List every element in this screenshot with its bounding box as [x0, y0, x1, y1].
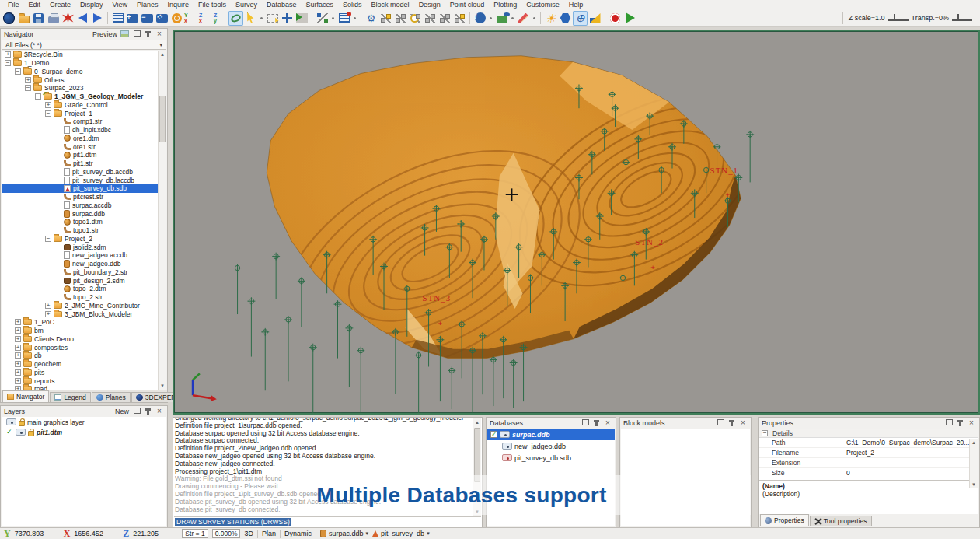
node-edit-icon[interactable]: [315, 11, 330, 26]
tree-expand-toggle[interactable]: −: [5, 60, 11, 66]
tree-item[interactable]: pit_survey_db.sdb: [2, 184, 158, 193]
tree-item[interactable]: jsolid2.sdm: [2, 243, 158, 251]
scroll-up-icon[interactable]: ▲: [970, 439, 978, 446]
visibility-eye-icon[interactable]: [500, 431, 510, 438]
active-survey-db-selector[interactable]: pit_survey_db ▾: [372, 530, 430, 537]
tree-item[interactable]: +bm: [2, 327, 158, 335]
tree-expand-toggle[interactable]: +: [15, 345, 21, 351]
tree-item[interactable]: +2_JMC_Mine_Contributor: [2, 302, 158, 310]
float-panel-icon[interactable]: [715, 418, 724, 427]
tree-expand-toggle[interactable]: +: [15, 319, 21, 325]
tree-item[interactable]: topo1.str: [2, 226, 158, 235]
close-panel-icon[interactable]: ×: [155, 30, 164, 38]
record-macro-icon[interactable]: [608, 11, 623, 26]
open-file-icon[interactable]: [16, 11, 31, 26]
menu-edit[interactable]: Edit: [24, 1, 46, 9]
tree-item[interactable]: +Grade_Control: [2, 101, 158, 110]
property-row[interactable]: PathC:\1_Demo\0_Surpac_demo\Surpac_20...: [759, 438, 978, 448]
tree-item[interactable]: pit_survey_db.accdb: [2, 168, 158, 177]
dropdown-dot-icon[interactable]: [511, 17, 514, 19]
pin-panel-icon[interactable]: [143, 407, 152, 415]
tree-expand-toggle[interactable]: −: [35, 93, 41, 100]
tab-properties[interactable]: Properties: [760, 514, 809, 526]
tree-item[interactable]: pit1.str: [2, 159, 158, 168]
menu-file-tools[interactable]: File tools: [194, 1, 231, 9]
tree-item[interactable]: surpac.accdb: [2, 201, 158, 210]
tree-item[interactable]: +$Recycle.Bin: [2, 51, 158, 59]
menu-view[interactable]: View: [108, 1, 132, 9]
view-yx-icon[interactable]: Yx: [184, 11, 199, 26]
fill-render-icon[interactable]: [588, 11, 602, 26]
layer-row[interactable]: main graphics layer: [2, 417, 166, 427]
tab-navigator[interactable]: Navigator: [2, 390, 49, 402]
tree-expand-toggle[interactable]: +: [15, 327, 21, 334]
menu-design[interactable]: Design: [414, 1, 445, 9]
checkbox-checked[interactable]: ✓: [490, 431, 497, 438]
visibility-eye-icon[interactable]: [502, 454, 512, 461]
database-row[interactable]: pit_survey_db.sdb: [487, 452, 615, 464]
tree-item[interactable]: −0_Surpac_demo: [2, 68, 158, 76]
float-panel-icon[interactable]: [131, 407, 141, 415]
display-properties-icon[interactable]: [494, 11, 509, 26]
float-panel-icon[interactable]: [580, 418, 589, 427]
scroll-thumb[interactable]: [474, 428, 480, 482]
layer-row[interactable]: ✓pit1.dtm: [2, 427, 166, 437]
scroll-down-icon[interactable]: ▼: [970, 481, 978, 488]
tree-item[interactable]: ore1.str: [2, 142, 158, 151]
zoom-fit-icon[interactable]: ⁘: [155, 11, 169, 26]
tree-expand-toggle[interactable]: +: [45, 311, 51, 317]
menu-planes[interactable]: Planes: [132, 1, 163, 9]
marquee-select-icon[interactable]: [265, 11, 280, 26]
tree-item[interactable]: +1_PoC: [2, 318, 158, 327]
active-database-selector[interactable]: surpac.ddb ▾: [320, 530, 368, 537]
menu-help[interactable]: Help: [564, 1, 588, 9]
menu-solids[interactable]: Solids: [338, 1, 367, 9]
z-scale-slider[interactable]: [888, 14, 909, 22]
preview-thumbnail-icon[interactable]: [120, 30, 129, 38]
point-tool-icon[interactable]: [452, 11, 467, 26]
tree-item[interactable]: +geochem: [2, 360, 158, 369]
tree-expand-toggle[interactable]: +: [15, 369, 21, 376]
database-row[interactable]: new_jadgeo.ddb: [487, 440, 615, 452]
app-logo-icon[interactable]: [2, 11, 16, 26]
tree-item[interactable]: −1_Demo: [2, 59, 158, 68]
circle-select-icon[interactable]: [408, 11, 423, 26]
pan-icon[interactable]: [280, 11, 295, 26]
wireframe-icon[interactable]: ⊕: [573, 11, 588, 26]
tab-tool-properties[interactable]: Tool properties: [810, 516, 872, 526]
tree-expand-toggle[interactable]: +: [15, 378, 21, 384]
tree-item[interactable]: topo_2.dtm: [2, 285, 158, 293]
navigator-scrollbar[interactable]: ▲ ▼: [158, 51, 166, 390]
close-panel-icon[interactable]: ×: [738, 418, 748, 427]
tree-expand-toggle[interactable]: +: [15, 361, 21, 367]
tree-item[interactable]: +reports: [2, 376, 158, 385]
tree-item[interactable]: comp1.str: [2, 117, 158, 126]
tree-item[interactable]: ore1.dtm: [2, 135, 158, 143]
tree-item[interactable]: −Surpac_2023: [2, 84, 158, 93]
menu-database[interactable]: Database: [262, 1, 302, 9]
tree-expand-toggle[interactable]: +: [15, 336, 21, 342]
solid-render-icon[interactable]: [558, 11, 573, 26]
view-zy-icon[interactable]: Zy: [214, 11, 228, 26]
save-icon[interactable]: [31, 11, 46, 26]
tree-expand-toggle[interactable]: +: [45, 303, 51, 309]
tree-expand-toggle[interactable]: +: [45, 102, 51, 108]
pin-panel-icon[interactable]: [143, 30, 152, 38]
mode-dynamic-toggle[interactable]: Dynamic: [284, 530, 312, 537]
visibility-eye-icon[interactable]: [502, 443, 512, 450]
run-macro-icon[interactable]: [623, 11, 637, 26]
details-section-header[interactable]: − Details: [759, 429, 978, 438]
lock-icon[interactable]: [19, 421, 25, 426]
tree-item[interactable]: +composites: [2, 343, 158, 352]
scroll-down-icon[interactable]: ▼: [159, 382, 166, 390]
file-filter-dropdown[interactable]: All Files (*.*) ▾: [2, 40, 166, 50]
pin-panel-icon[interactable]: [591, 418, 601, 427]
pin-panel-icon[interactable]: [727, 418, 736, 427]
mode-plan-toggle[interactable]: Plan: [262, 530, 276, 537]
tree-expand-toggle[interactable]: +: [5, 51, 11, 58]
menu-point-cloud[interactable]: Point cloud: [445, 1, 490, 9]
dropdown-dot-icon[interactable]: [354, 17, 356, 19]
collapse-icon[interactable]: −: [762, 430, 768, 436]
scroll-thumb[interactable]: [159, 96, 166, 142]
tree-item[interactable]: pit_design_2.sdm: [2, 276, 158, 285]
